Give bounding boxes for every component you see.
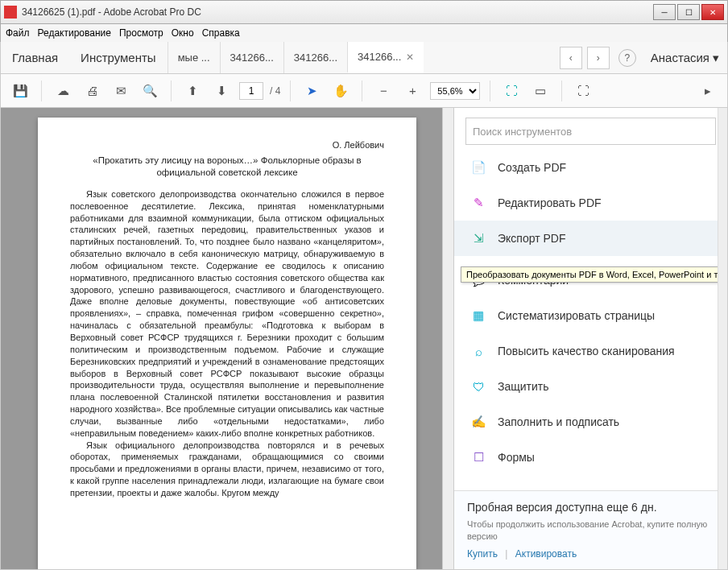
tool-edit-pdf[interactable]: ✎Редактировать PDF xyxy=(454,185,727,221)
tab-home[interactable]: Главная xyxy=(1,42,69,73)
titlebar: 34126625 (1).pdf - Adobe Acrobat Pro DC … xyxy=(0,0,728,24)
menu-edit[interactable]: Редактирование xyxy=(38,27,111,39)
tools-panel: Поиск инструментов 📄Создать PDF ✎Редакти… xyxy=(453,108,727,569)
panel-toggle-icon[interactable]: ▸ xyxy=(697,80,719,102)
maximize-button[interactable]: ☐ xyxy=(677,4,700,20)
trial-activate-link[interactable]: Активировать xyxy=(515,548,577,560)
document-tab-active[interactable]: 341266... ✕ xyxy=(347,42,424,73)
tool-protect[interactable]: 🛡Защитить xyxy=(454,369,727,404)
close-button[interactable]: ✕ xyxy=(701,4,724,20)
trial-banner: Пробная версия доступна еще 6 дн. Чтобы … xyxy=(454,490,727,569)
doc-paragraph: Язык официального делопроизводства повто… xyxy=(70,440,384,499)
chevron-down-icon: ▾ xyxy=(713,51,719,65)
window-title: 34126625 (1).pdf - Adobe Acrobat Pro DC xyxy=(22,6,651,18)
toolbar: 💾 ☁ 🖨 ✉ 🔍 ⬆ ⬇ / 4 ➤ ✋ − + 55,6% ⛶ ▭ ⛶ ▸ xyxy=(0,74,728,108)
page-up-icon[interactable]: ⬆ xyxy=(181,80,204,102)
menu-file[interactable]: Файл xyxy=(6,27,30,39)
hand-icon[interactable]: ✋ xyxy=(329,80,352,102)
print-icon[interactable]: 🖨 xyxy=(81,80,103,102)
tab-next-button[interactable]: › xyxy=(587,47,610,69)
sign-icon: ✍ xyxy=(470,414,486,430)
document-viewport[interactable]: О. Лейбович «Прокатить эту лисицу на вор… xyxy=(1,108,453,569)
menubar: Файл Редактирование Просмотр Окно Справк… xyxy=(0,24,728,42)
tool-create-pdf[interactable]: 📄Создать PDF xyxy=(454,150,727,185)
tool-fill-sign[interactable]: ✍Заполнить и подписать xyxy=(454,404,727,440)
document-tab[interactable]: мые ... xyxy=(168,42,220,73)
cloud-icon[interactable]: ☁ xyxy=(52,80,74,102)
panel-scrollbar[interactable] xyxy=(718,108,727,569)
forms-icon: ☐ xyxy=(470,449,486,465)
doc-paragraph: Язык советского делопроизводства окончат… xyxy=(70,188,384,440)
zoom-select[interactable]: 55,6% xyxy=(430,82,480,100)
tab-tools[interactable]: Инструменты xyxy=(69,42,168,73)
organize-icon: ▦ xyxy=(470,308,486,324)
trial-body: Чтобы продолжить использование Acrobat, … xyxy=(467,518,714,542)
tab-close-icon[interactable]: ✕ xyxy=(406,52,414,63)
edit-pdf-icon: ✎ xyxy=(470,195,486,211)
tool-enhance-scan[interactable]: ⌕Повысить качество сканирования xyxy=(454,333,727,369)
export-pdf-icon: ⇲ xyxy=(470,230,486,246)
save-icon[interactable]: 💾 xyxy=(9,80,31,102)
doc-author: О. Лейбович xyxy=(70,140,384,150)
tool-forms[interactable]: ☐Формы xyxy=(454,440,727,475)
pdf-page: О. Лейбович «Прокатить эту лисицу на вор… xyxy=(38,118,416,569)
help-icon[interactable]: ? xyxy=(618,49,636,67)
scan-icon: ⌕ xyxy=(470,343,486,359)
fit-page-icon[interactable]: ▭ xyxy=(529,80,552,102)
tab-prev-button[interactable]: ‹ xyxy=(560,47,582,69)
create-pdf-icon: 📄 xyxy=(470,159,486,176)
tool-organize[interactable]: ▦Систематизировать страницы xyxy=(454,298,727,333)
zoom-out-icon[interactable]: − xyxy=(372,80,395,102)
menu-help[interactable]: Справка xyxy=(202,27,240,39)
tabbar: Главная Инструменты мые ... 341266... 34… xyxy=(0,42,728,74)
document-scrollbar[interactable] xyxy=(442,108,453,569)
trial-heading: Пробная версия доступна еще 6 дн. xyxy=(467,501,714,514)
minimize-button[interactable]: ─ xyxy=(653,4,676,20)
page-number-input[interactable] xyxy=(239,82,263,100)
document-tab[interactable]: 341266... xyxy=(283,42,347,73)
fullscreen-icon[interactable]: ⛶ xyxy=(572,80,594,102)
pointer-icon[interactable]: ➤ xyxy=(300,80,323,102)
trial-buy-link[interactable]: Купить xyxy=(467,548,498,560)
tools-search-input[interactable]: Поиск инструментов xyxy=(465,118,716,145)
tools-list: 📄Создать PDF ✎Редактировать PDF ⇲Экспорт… xyxy=(454,150,727,490)
app-icon xyxy=(4,6,17,19)
menu-view[interactable]: Просмотр xyxy=(119,27,163,39)
doc-title: «Прокатить эту лисицу на вороных…» Фольк… xyxy=(70,155,384,179)
page-down-icon[interactable]: ⬇ xyxy=(210,80,233,102)
search-icon[interactable]: 🔍 xyxy=(139,80,161,102)
fit-width-icon[interactable]: ⛶ xyxy=(500,80,523,102)
user-menu[interactable]: Анастасия▾ xyxy=(643,51,727,65)
mail-icon[interactable]: ✉ xyxy=(110,80,132,102)
document-tab[interactable]: 341266... xyxy=(220,42,283,73)
menu-window[interactable]: Окно xyxy=(172,27,194,39)
zoom-in-icon[interactable]: + xyxy=(401,80,424,102)
tooltip: Преобразовать документы PDF в Word, Exce… xyxy=(461,266,727,283)
content-area: О. Лейбович «Прокатить эту лисицу на вор… xyxy=(0,108,728,570)
shield-icon: 🛡 xyxy=(470,378,486,394)
tool-export-pdf[interactable]: ⇲Экспорт PDF xyxy=(454,221,727,256)
page-total: / 4 xyxy=(270,85,280,97)
